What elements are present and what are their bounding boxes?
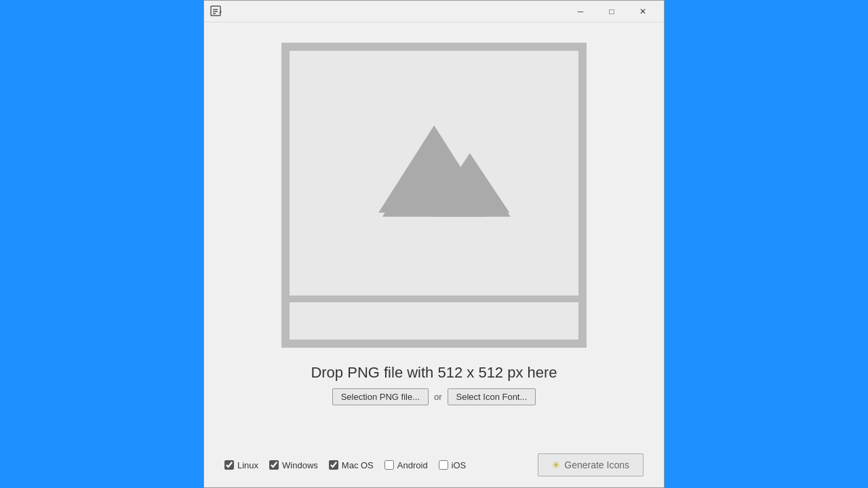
macos-checkbox-label[interactable]: Mac OS	[329, 460, 374, 470]
android-label: Android	[397, 460, 428, 470]
bottom-bar: Linux Windows Mac OS Android iOS ✳ Gener…	[204, 447, 664, 487]
generate-icons-button[interactable]: ✳ Generate Icons	[538, 453, 644, 476]
linux-label: Linux	[237, 460, 258, 470]
linux-checkbox-label[interactable]: Linux	[224, 460, 258, 470]
windows-checkbox[interactable]	[269, 460, 279, 470]
android-checkbox-label[interactable]: Android	[384, 460, 428, 470]
title-controls: ─ □ ✕	[565, 1, 658, 22]
minimize-button[interactable]: ─	[565, 1, 596, 22]
window-content: Drop PNG file with 512 x 512 px here Sel…	[204, 22, 664, 447]
star-icon: ✳	[552, 460, 560, 470]
placeholder-image-icon	[355, 106, 513, 241]
linux-checkbox[interactable]	[224, 460, 234, 470]
selection-png-button[interactable]: Selection PNG file...	[332, 388, 429, 405]
platform-checkboxes: Linux Windows Mac OS Android iOS	[224, 460, 466, 470]
svg-rect-0	[211, 6, 220, 16]
generate-icons-label: Generate Icons	[564, 460, 629, 470]
macos-label: Mac OS	[342, 460, 374, 470]
windows-label: Windows	[282, 460, 318, 470]
app-icon	[210, 5, 223, 18]
ios-checkbox-label[interactable]: iOS	[439, 460, 467, 470]
image-footer-bar	[290, 302, 578, 340]
maximize-button[interactable]: □	[596, 1, 627, 22]
title-bar-left	[210, 5, 223, 18]
image-preview	[290, 51, 578, 296]
ios-label: iOS	[452, 460, 467, 470]
android-checkbox[interactable]	[384, 460, 394, 470]
image-drop-area[interactable]	[281, 43, 587, 348]
ios-checkbox[interactable]	[439, 460, 448, 470]
drop-instruction-text: Drop PNG file with 512 x 512 px here	[311, 364, 557, 382]
windows-checkbox-label[interactable]: Windows	[269, 460, 318, 470]
macos-checkbox[interactable]	[329, 460, 338, 470]
close-button[interactable]: ✕	[627, 1, 658, 22]
or-label: or	[434, 392, 442, 402]
app-window: ─ □ ✕ Drop	[203, 0, 665, 488]
title-bar: ─ □ ✕	[204, 1, 664, 22]
file-selection-row: Selection PNG file... or Select Icon Fon…	[332, 388, 536, 405]
select-icon-font-button[interactable]: Select Icon Font...	[448, 388, 536, 405]
